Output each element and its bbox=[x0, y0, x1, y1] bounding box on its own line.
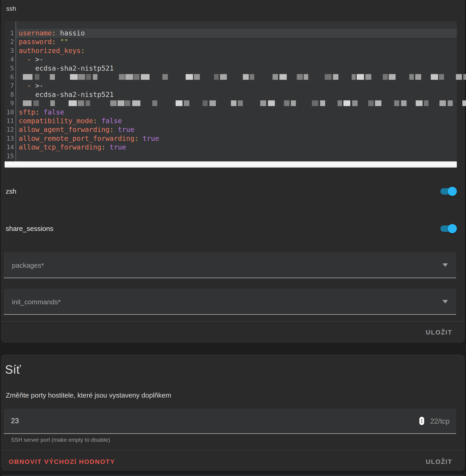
redaction-block bbox=[431, 74, 438, 80]
redaction-block bbox=[50, 100, 55, 106]
redaction-block bbox=[383, 74, 388, 80]
redaction-block bbox=[194, 74, 200, 80]
redaction-block bbox=[357, 74, 364, 80]
redaction-block bbox=[375, 100, 381, 106]
redaction-block bbox=[368, 100, 374, 106]
code-token-plain bbox=[19, 82, 27, 90]
code-line[interactable]: allow_agent_forwarding: true bbox=[19, 125, 457, 134]
redaction-block bbox=[134, 74, 140, 80]
redaction-block bbox=[23, 74, 33, 80]
redaction-block bbox=[297, 74, 303, 80]
code-line[interactable]: allow_tcp_forwarding: true bbox=[19, 143, 457, 151]
redaction-block bbox=[93, 74, 97, 80]
redaction-block bbox=[394, 100, 399, 106]
line-number: 8 bbox=[10, 90, 14, 99]
chevron-down-icon bbox=[443, 263, 448, 267]
redaction-block bbox=[280, 74, 287, 80]
code-token-plain: >- bbox=[35, 82, 44, 90]
redaction-block bbox=[273, 74, 278, 80]
code-token-plain: ecdsa-sha2-nistp521 bbox=[19, 91, 114, 99]
redaction-block bbox=[86, 74, 91, 80]
ssh-port-value[interactable]: 23 bbox=[11, 417, 19, 425]
yaml-editor[interactable]: 123456789101112131415 username: hassiopa… bbox=[5, 21, 457, 168]
packages-select[interactable]: packages* bbox=[4, 252, 456, 278]
toggle-thumb bbox=[448, 187, 457, 196]
redaction-block bbox=[268, 100, 275, 106]
code-token-key: password bbox=[19, 38, 52, 46]
code-line[interactable]: compatibility_mode: false bbox=[19, 116, 457, 125]
code-token-bool: true bbox=[105, 143, 126, 151]
line-number: 15 bbox=[6, 152, 14, 161]
stepper-down-arrow[interactable]: ▼ bbox=[420, 421, 423, 424]
line-number: 12 bbox=[6, 125, 14, 134]
code-line[interactable]: - >- bbox=[19, 81, 457, 90]
redaction-block bbox=[389, 74, 396, 80]
init-commands-select[interactable]: init_commands* bbox=[4, 289, 456, 315]
code-line[interactable]: sftp: false bbox=[19, 108, 457, 116]
code-line[interactable]: ecdsa-sha2-nistp521 bbox=[19, 64, 457, 73]
redaction-block bbox=[125, 100, 130, 106]
network-title: Síť bbox=[5, 363, 21, 376]
editor-horizontal-scrollbar[interactable] bbox=[5, 162, 457, 168]
redaction-block bbox=[110, 100, 116, 106]
next-card-edge bbox=[1, 475, 465, 476]
code-token-punc: : bbox=[101, 143, 105, 151]
code-token-str: "" bbox=[56, 38, 68, 46]
save-network-button[interactable]: ULOŽIT bbox=[422, 456, 455, 468]
card1-footer-divider bbox=[1, 321, 465, 322]
redaction-block bbox=[78, 74, 85, 80]
line-number: 7 bbox=[10, 81, 14, 90]
code-token-key: authorized_keys bbox=[19, 47, 81, 55]
ssh-port-input[interactable]: 23 ▲ ▼ 22/tcp bbox=[4, 408, 456, 434]
save-config-button[interactable]: ULOŽIT bbox=[422, 326, 455, 338]
line-number: 1 bbox=[10, 29, 14, 37]
redaction-block bbox=[162, 74, 168, 80]
redaction-block bbox=[333, 74, 338, 80]
code-token-bool: false bbox=[39, 108, 64, 116]
code-line[interactable] bbox=[19, 152, 457, 161]
redaction-block bbox=[70, 74, 78, 80]
redaction-block bbox=[210, 100, 216, 106]
redaction-block bbox=[416, 100, 422, 106]
redacted-key-line bbox=[23, 100, 466, 106]
redaction-block bbox=[320, 100, 325, 106]
redaction-block bbox=[33, 100, 39, 106]
ssh-section-label: ssh bbox=[6, 5, 16, 12]
redaction-block bbox=[424, 100, 429, 106]
redaction-block bbox=[117, 100, 124, 106]
line-number: 13 bbox=[6, 134, 14, 143]
code-line[interactable]: authorized_keys: bbox=[19, 46, 457, 55]
code-line[interactable]: ecdsa-sha2-nistp521 bbox=[19, 90, 457, 99]
redaction-block bbox=[312, 100, 318, 106]
redaction-block bbox=[401, 100, 407, 106]
share-sessions-label: share_sessions bbox=[6, 225, 53, 232]
code-line[interactable]: username: hassio bbox=[19, 29, 457, 37]
line-number: 2 bbox=[10, 37, 14, 46]
redaction-block bbox=[184, 100, 189, 106]
code-token-key: allow_remote_port_forwarding bbox=[19, 134, 134, 142]
number-stepper-icon[interactable]: ▲ ▼ bbox=[419, 417, 424, 425]
redaction-block bbox=[23, 100, 32, 106]
redaction-block bbox=[291, 100, 296, 106]
redaction-block bbox=[243, 74, 249, 80]
redaction-block bbox=[78, 100, 84, 106]
code-line[interactable]: allow_remote_port_forwarding: true bbox=[19, 134, 457, 143]
redaction-block bbox=[338, 100, 342, 106]
code-token-punc: : bbox=[134, 134, 139, 142]
stepper-up-arrow[interactable]: ▲ bbox=[420, 418, 423, 421]
share-sessions-row: share_sessions bbox=[0, 223, 466, 236]
code-token-plain: >- bbox=[35, 55, 44, 63]
redaction-block bbox=[463, 74, 466, 80]
code-line[interactable]: - >- bbox=[19, 55, 457, 64]
share-sessions-toggle[interactable] bbox=[440, 225, 455, 232]
redaction-block bbox=[448, 100, 453, 106]
redaction-block bbox=[250, 74, 254, 80]
packages-select-label: packages* bbox=[12, 262, 44, 269]
redaction-block bbox=[214, 74, 219, 80]
redaction-block bbox=[365, 74, 371, 80]
zsh-toggle[interactable] bbox=[440, 188, 455, 195]
redacted-key-line bbox=[23, 74, 466, 80]
reset-defaults-button[interactable]: OBNOVIT VÝCHOZÍ HODNOTY bbox=[5, 456, 118, 468]
redaction-block bbox=[186, 74, 193, 80]
code-line[interactable]: password: "" bbox=[19, 37, 457, 46]
